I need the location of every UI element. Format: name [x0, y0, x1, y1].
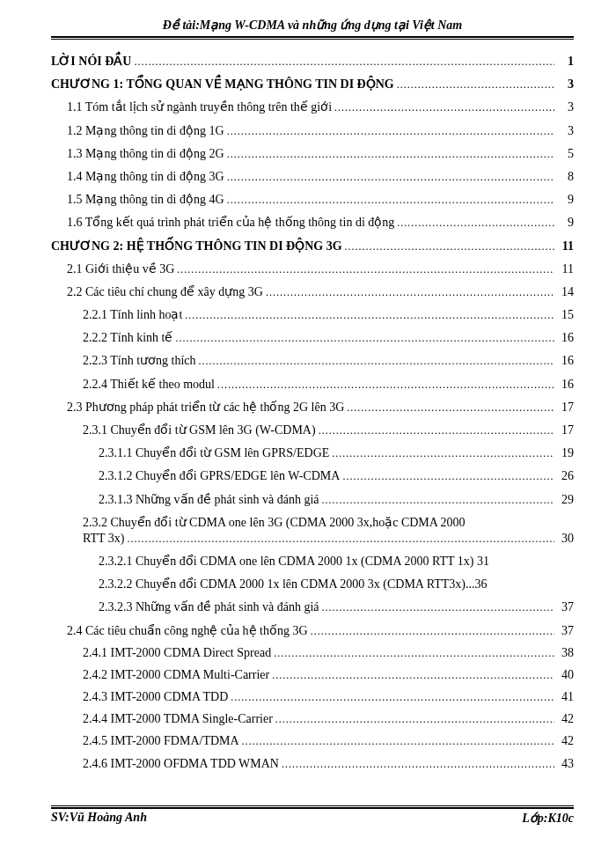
- toc-entry-page: 17: [554, 400, 574, 415]
- toc-entry-page: 16: [554, 378, 574, 392]
- toc-leader-dots: ........................................…: [224, 194, 554, 207]
- toc-entry: 2.1 Giới thiệu về 3G....................…: [51, 261, 574, 276]
- toc-entry-label: 2.3 Phương pháp phát triển từ các hệ thố…: [67, 400, 344, 415]
- toc-entry: 2.3.2.2 Chuyển đổi CDMA 2000 1x lên CDMA…: [51, 577, 574, 592]
- toc-leader-dots: ........................................…: [196, 355, 554, 368]
- toc-entry-page: 3: [554, 100, 574, 114]
- footer-right: Lớp:K10c: [522, 811, 574, 826]
- toc-leader-dots: ........................................…: [224, 125, 554, 138]
- toc-entry-page: 42: [554, 712, 574, 726]
- toc-entry-page: 8: [554, 170, 574, 184]
- toc-entry: 2.3.1.2 Chuyển đổi GPRS/EDGE lên W-CDMA.…: [51, 468, 574, 483]
- toc-entry: 2.4.5 IMT-2000 FDMA/TDMA................…: [51, 734, 574, 748]
- toc-leader-dots: ........................................…: [394, 78, 554, 92]
- toc-entry: 2.3 Phương pháp phát triển từ các hệ thố…: [51, 400, 574, 415]
- toc-entry-page: 3: [554, 124, 574, 138]
- toc-entry-page: 37: [554, 600, 574, 614]
- toc-entry-label: 2.3.1 Chuyển đổi từ GSM lên 3G (W-CDMA): [83, 422, 316, 437]
- doc-header: Đề tài:Mạng W-CDMA và những ứng dụng tại…: [51, 18, 574, 36]
- toc-leader-dots: ........................................…: [125, 533, 554, 546]
- toc-leader-dots: ........................................…: [332, 101, 554, 114]
- toc-entry-page: 9: [554, 216, 574, 230]
- toc-entry-label: 2.3.2.1 Chuyển đổi CDMA one lên CDMA 200…: [99, 554, 489, 569]
- toc-entry-page: 11: [554, 262, 574, 276]
- toc-leader-dots: ........................................…: [224, 171, 554, 184]
- toc-leader-dots: ........................................…: [344, 401, 554, 415]
- toc-entry: 1.3 Mạng thông tin di động 2G...........…: [51, 146, 574, 161]
- toc-entry-page: 41: [554, 690, 574, 704]
- table-of-contents: LỜI NÓI ĐẦU.............................…: [51, 54, 574, 771]
- toc-entry-page: 15: [554, 308, 574, 322]
- toc-entry: 2.3.1.1 Chuyển đổi từ GSM lên GPRS/EDGE.…: [51, 445, 574, 460]
- toc-entry-label: 2.3.2.2 Chuyển đổi CDMA 2000 1x lên CDMA…: [99, 577, 487, 592]
- toc-leader-dots: ........................................…: [263, 286, 554, 299]
- toc-leader-dots: ........................................…: [394, 217, 554, 230]
- toc-entry-label: 2.4.6 IMT-2000 OFDMA TDD WMAN: [83, 757, 279, 771]
- toc-entry-label: 1.3 Mạng thông tin di động 2G: [67, 146, 224, 161]
- toc-leader-dots: ........................................…: [273, 713, 554, 726]
- toc-entry-label: LỜI NÓI ĐẦU: [51, 54, 131, 69]
- toc-entry-label: 2.4 Các tiêu chuẩn công nghệ của hệ thốn…: [67, 623, 308, 638]
- toc-entry-label: 2.4.2 IMT-2000 CDMA Multi-Carrier: [83, 668, 269, 682]
- toc-entry: 1.1 Tóm tắt lịch sử ngành truyền thông t…: [51, 99, 574, 114]
- toc-entry-label: 2.4.1 IMT-2000 CDMA Direct Spread: [83, 646, 271, 660]
- toc-entry: CHƯƠNG 1: TỔNG QUAN VỀ MẠNG THÔNG TIN DI…: [51, 77, 574, 92]
- toc-leader-dots: ........................................…: [271, 647, 554, 660]
- toc-entry-label: 2.1 Giới thiệu về 3G: [67, 261, 174, 276]
- toc-entry: 2.2.2 Tính kinh tế......................…: [51, 330, 574, 345]
- toc-leader-dots: ........................................…: [228, 691, 554, 704]
- toc-leader-dots: ........................................…: [329, 447, 554, 460]
- toc-entry: 2.2.3 Tính tương thích..................…: [51, 353, 574, 368]
- toc-entry-label: 2.2.4 Thiết kế theo modul: [83, 377, 215, 392]
- toc-entry-label: 2.3.1.1 Chuyển đổi từ GSM lên GPRS/EDGE: [99, 445, 329, 460]
- toc-entry-label: 1.2 Mạng thông tin di động 1G: [67, 123, 224, 138]
- toc-entry: 2.2.1 Tính linh hoạt....................…: [51, 307, 574, 322]
- toc-entry: 1.4 Mạng thông tin di động 3G...........…: [51, 169, 574, 184]
- toc-leader-dots: ........................................…: [182, 309, 554, 322]
- toc-entry-page: 14: [554, 285, 574, 299]
- toc-entry-page: 1: [554, 55, 574, 69]
- toc-entry-page: 40: [554, 668, 574, 682]
- toc-entry-label: 1.6 Tổng kết quá trình phát triển của hệ…: [67, 215, 394, 230]
- footer-left: SV:Vũ Hoàng Anh: [51, 811, 147, 826]
- footer-rule: [51, 805, 574, 809]
- toc-entry-label: 2.3.2.3 Những vấn đề phát sinh và đánh g…: [99, 599, 319, 614]
- toc-entry: 1.2 Mạng thông tin di động 1G...........…: [51, 123, 574, 138]
- toc-entry: 2.3.1 Chuyển đổi từ GSM lên 3G (W-CDMA).…: [51, 422, 574, 437]
- toc-entry-label: 2.3.1.2 Chuyển đổi GPRS/EDGE lên W-CDMA: [99, 468, 340, 483]
- toc-entry-page: 42: [554, 734, 574, 748]
- toc-entry: 1.5 Mạng thông tin di động 4G...........…: [51, 192, 574, 207]
- toc-leader-dots: ........................................…: [174, 263, 554, 276]
- toc-entry-label: 1.1 Tóm tắt lịch sử ngành truyền thông t…: [67, 99, 332, 114]
- toc-entry-label: CHƯƠNG 1: TỔNG QUAN VỀ MẠNG THÔNG TIN DI…: [51, 77, 394, 92]
- toc-entry: 2.4 Các tiêu chuẩn công nghệ của hệ thốn…: [51, 623, 574, 638]
- toc-entry: 2.4.1 IMT-2000 CDMA Direct Spread.......…: [51, 646, 574, 660]
- toc-entry-wrap: 2.3.2 Chuyển đổi từ CDMA one lên 3G (CDM…: [51, 515, 574, 530]
- toc-entry-page: 38: [554, 646, 574, 660]
- toc-leader-dots: ........................................…: [342, 240, 554, 254]
- toc-entry-page: 26: [554, 469, 574, 483]
- toc-entry: 2.4.6 IMT-2000 OFDMA TDD WMAN...........…: [51, 757, 574, 771]
- toc-entry-label: 1.5 Mạng thông tin di động 4G: [67, 192, 224, 207]
- toc-entry-page: 3: [554, 77, 574, 92]
- toc-entry: 2.3.2.1 Chuyển đổi CDMA one lên CDMA 200…: [51, 554, 574, 569]
- toc-leader-dots: ........................................…: [308, 625, 554, 638]
- toc-entry-page: 11: [554, 239, 574, 254]
- toc-leader-dots: ........................................…: [340, 470, 554, 483]
- toc-entry: LỜI NÓI ĐẦU.............................…: [51, 54, 574, 69]
- toc-entry-label: 2.2 Các tiêu chí chung để xây dựng 3G: [67, 284, 263, 299]
- toc-entry-label: 1.4 Mạng thông tin di động 3G: [67, 169, 224, 184]
- toc-leader-dots: ........................................…: [224, 148, 554, 161]
- toc-leader-dots: ........................................…: [316, 424, 554, 437]
- toc-entry-page: 37: [554, 624, 574, 638]
- toc-entry-page: 29: [554, 493, 574, 507]
- toc-entry: 2.4.2 IMT-2000 CDMA Multi-Carrier.......…: [51, 668, 574, 682]
- toc-entry-label: 2.2.1 Tính linh hoạt: [83, 307, 182, 322]
- doc-footer: SV:Vũ Hoàng Anh Lớp:K10c: [51, 805, 574, 826]
- toc-entry-page: 19: [554, 446, 574, 460]
- toc-entry-page: 9: [554, 193, 574, 207]
- toc-entry-label: 2.4.3 IMT-2000 CDMA TDD: [83, 690, 228, 704]
- toc-leader-dots: ........................................…: [319, 601, 554, 614]
- toc-entry: 2.2 Các tiêu chí chung để xây dựng 3G...…: [51, 284, 574, 299]
- toc-entry-page: 30: [554, 532, 574, 546]
